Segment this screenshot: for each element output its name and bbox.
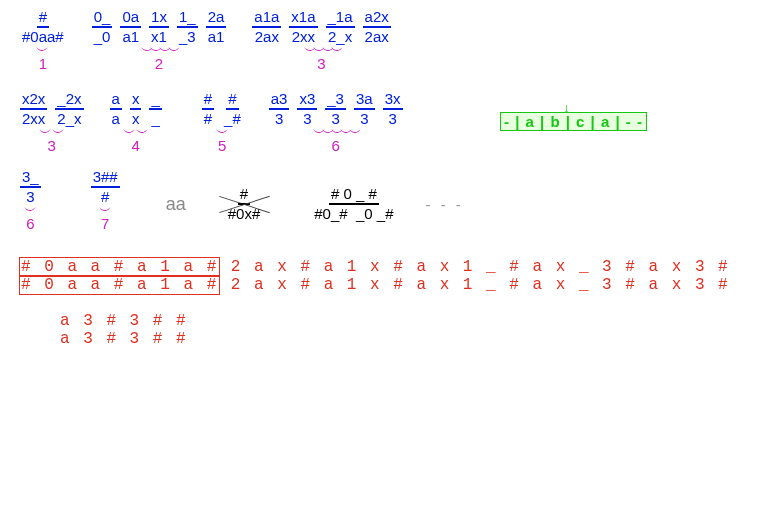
- frac: 1xx1: [149, 8, 169, 46]
- frac: x1a2xx: [289, 8, 317, 46]
- group-label: 3: [48, 137, 56, 154]
- group-1: ##0aa# ︶ 1: [16, 8, 70, 72]
- frac: _2x2_x: [55, 90, 83, 128]
- group-3: a1a2ax x1a2xx _1a2_x a2x2ax ︶︶︶︶ 3: [248, 8, 394, 72]
- group-6b: 3_3 ︶ 6: [16, 168, 45, 232]
- group-label: 2: [155, 55, 163, 72]
- frac: ##: [202, 90, 214, 128]
- frac: 3x3: [383, 90, 403, 128]
- trace-block: # 0 a a # a 1 a # 2 a x # a 1 x # a x 1 …: [20, 258, 773, 348]
- dashes: - - -: [426, 196, 464, 213]
- group-label: 6: [331, 137, 339, 154]
- frac: 3###: [91, 168, 120, 206]
- frac: a1a2ax: [252, 8, 281, 46]
- group-label: 3: [317, 55, 325, 72]
- group-7: 3### ︶ 7: [87, 168, 124, 232]
- frac: 0__0: [92, 8, 113, 46]
- group-5: ## #_# ︶ 5: [198, 90, 247, 154]
- group-label: 7: [101, 215, 109, 232]
- frac: _33: [325, 90, 346, 128]
- frac: _1a2_x: [326, 8, 355, 46]
- frac: __: [149, 90, 161, 128]
- group-4: aa xx __ ︶︶ 4: [106, 90, 166, 154]
- trace-line: # 0 a a # a 1 a # 2 a x # a 1 x # a x 1 …: [20, 258, 773, 276]
- frac: #_#: [222, 90, 243, 128]
- frac: ##0aa#: [20, 8, 66, 46]
- big-frac: # 0 _ ##0_# _0 _#: [312, 185, 395, 223]
- frac: 1__3: [177, 8, 198, 46]
- frac: 3_3: [20, 168, 41, 206]
- frac: ##0x#: [226, 185, 263, 223]
- frac: x2x2xx: [20, 90, 47, 128]
- trace-line: # 0 a a # a 1 a # 2 a x # a 1 x # a x 1 …: [20, 276, 773, 294]
- frac: aa: [110, 90, 122, 128]
- group-label: 5: [218, 137, 226, 154]
- frac: 0aa1: [120, 8, 141, 46]
- frac: a33: [269, 90, 290, 128]
- tape-note: - | a | b | c | a | - -: [500, 112, 647, 131]
- group-label: 1: [39, 55, 47, 72]
- frac: x33: [297, 90, 317, 128]
- row-2: x2x2xx _2x2_x ︶︶ 3 aa xx __ ︶︶ 4 ## #_# …: [10, 90, 773, 162]
- group-6: a33 x33 _33 3a3 3x3 ︶︶︶︶︶ 6: [265, 90, 407, 154]
- trace-line: a 3 # 3 # #: [60, 312, 773, 330]
- trace-line: a 3 # 3 # #: [60, 330, 773, 348]
- frac: 2aa1: [206, 8, 227, 46]
- frac: 3a3: [354, 90, 375, 128]
- group-2: 0__0 0aa1 1xx1 1__3 2aa1 ︶︶︶︶ 2: [88, 8, 231, 72]
- frac: a2x2ax: [363, 8, 391, 46]
- group-3b: x2x2xx _2x2_x ︶︶ 3: [16, 90, 88, 154]
- aa-text: aa: [166, 194, 186, 215]
- group-label: 4: [131, 137, 139, 154]
- frac: xx: [130, 90, 142, 128]
- row-3: 3_3 ︶ 6 3### ︶ 7 aa ##0x# # 0 _ ##0_# _0…: [10, 168, 773, 240]
- row-1: ##0aa# ︶ 1 0__0 0aa1 1xx1 1__3 2aa1 ︶︶︶︶…: [10, 8, 773, 80]
- crossed-frac: ##0x#: [222, 185, 267, 223]
- group-label: 6: [26, 215, 34, 232]
